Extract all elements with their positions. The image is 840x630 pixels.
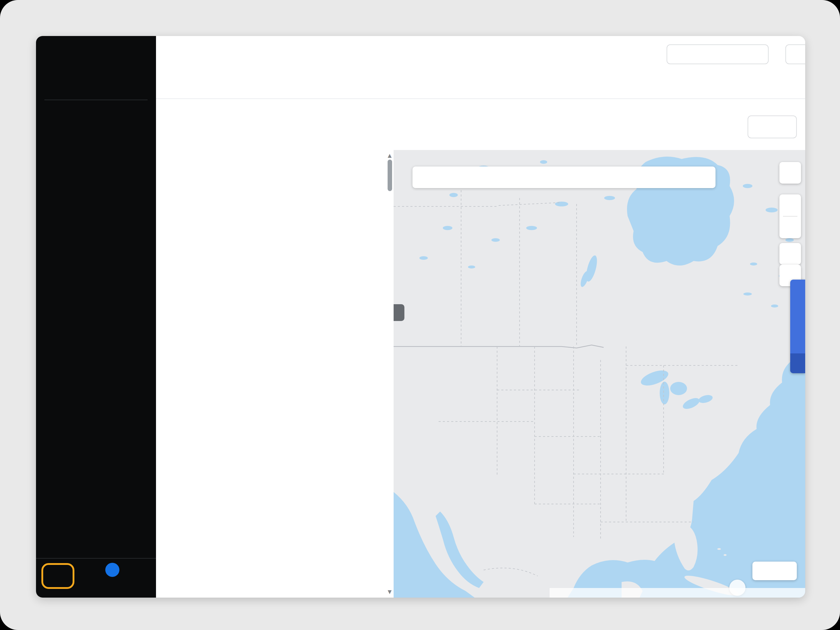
map-zoom-control [779,194,801,238]
motive-app-window: ▲ ▼ [36,36,805,598]
scroll-down-arrow[interactable]: ▼ [387,588,393,596]
notification-count-badge [105,563,119,577]
more-filters-button[interactable] [748,115,797,138]
vehicle-id-tooltip [393,304,404,321]
zoom-in-button[interactable] [779,194,801,216]
feedback-tab[interactable] [790,279,805,373]
map-layers-button[interactable] [779,162,801,183]
profile-icon[interactable] [126,568,145,587]
location-search-input[interactable] [428,172,708,183]
sidebar-footer-divider [36,558,156,559]
map-base [393,150,805,598]
sidebar [36,36,156,598]
legend-button[interactable] [752,562,797,580]
create-geofence-button[interactable] [785,44,805,64]
sidebar-divider [44,99,148,100]
map-attribution [549,588,805,598]
scroll-up-arrow[interactable]: ▲ [387,152,393,159]
header [156,36,805,150]
vehicle-list-panel: ▲ ▼ [156,150,393,598]
fullscreen-button[interactable] [779,243,801,265]
tab-bar-underline [156,98,805,99]
map-panel[interactable] [393,150,805,598]
help-icon[interactable] [73,568,92,587]
user-settings-icon[interactable] [47,567,66,586]
zoom-out-button[interactable] [779,216,801,238]
scrollbar[interactable]: ▲ ▼ [387,150,393,598]
add-entity-button[interactable] [666,44,769,64]
scrollbar-thumb[interactable] [388,159,392,191]
desktop-background: ▲ ▼ [0,0,840,630]
map-search-box[interactable] [412,166,715,188]
